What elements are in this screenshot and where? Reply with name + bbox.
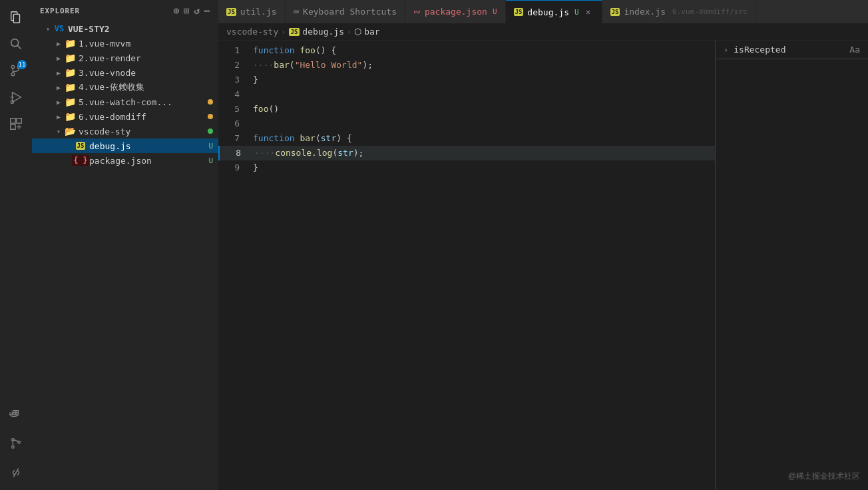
arrow-5: ▶ <box>53 99 64 106</box>
svg-point-6 <box>11 73 15 76</box>
line-num-5: 5 <box>218 102 250 117</box>
folder-icon-5: 📁 <box>64 96 76 108</box>
code-line-2: 2 ····bar("Hello World"); <box>218 58 715 73</box>
tab-subtitle-index: 6.vue-domdiff/src <box>672 7 748 16</box>
sidebar-root-label: VUE-STY2 <box>68 24 218 34</box>
tab-debug[interactable]: JS debug.js U ✕ <box>506 0 602 23</box>
status-debug: U <box>208 142 213 150</box>
sidebar-item-1[interactable]: ▶ 📁 1.vue-mvvm <box>32 36 218 51</box>
line-content-9: } <box>250 160 715 175</box>
code-editor[interactable]: 1 function foo() { 2 ····bar("Hello Worl… <box>218 41 715 490</box>
run-debug-icon[interactable] <box>4 85 28 109</box>
label-2: 2.vue-render <box>79 53 218 63</box>
badge-6 <box>208 114 213 119</box>
line-content-7: function bar(str) { <box>250 131 715 146</box>
right-panel-header: › isRecepted Aa <box>716 41 868 59</box>
right-panel-arrow-icon[interactable]: › <box>724 45 728 55</box>
folder-icon-2: 📁 <box>64 52 76 64</box>
sidebar-item-root[interactable]: ▾ VS VUE-STY2 <box>32 21 218 36</box>
source-action-icon[interactable] <box>4 461 28 485</box>
label-5: 5.vue-watch-com... <box>79 97 205 107</box>
sidebar: EXPLORER ⊕ ⊞ ↺ ⋯ ▾ VS VUE-STY2 ▶ 📁 1.vue… <box>32 0 218 490</box>
breadcrumb-bar-icon: ⬡ <box>354 27 361 37</box>
line-num-3: 3 <box>218 73 250 87</box>
git-graph-icon[interactable] <box>4 431 28 455</box>
sidebar-item-debug[interactable]: JS debug.js U <box>32 138 218 153</box>
label-package: package.json <box>89 156 208 166</box>
js-file-icon-debug: JS <box>75 140 87 152</box>
label-1: 1.vue-mvvm <box>79 39 218 49</box>
folder-icon-4: 📁 <box>64 81 76 93</box>
code-line-8: 8 ····console.log(str); <box>218 146 715 160</box>
line-num-7: 7 <box>218 131 250 146</box>
source-control-icon[interactable]: 11 <box>4 59 28 83</box>
svg-rect-10 <box>11 119 15 123</box>
root-icon: VS <box>53 23 65 35</box>
collapse-icon[interactable]: ⋯ <box>204 5 210 16</box>
line-content-6 <box>250 117 715 131</box>
line-num-2: 2 <box>218 58 250 73</box>
breadcrumb-debug[interactable]: debug.js <box>302 27 344 37</box>
svg-point-18 <box>12 446 15 449</box>
svg-marker-7 <box>13 93 21 103</box>
line-num-4: 4 <box>218 87 250 102</box>
label-4: 4.vue-依赖收集 <box>79 81 218 93</box>
tab-keyboard[interactable]: ⌨ Keyboard Shortcuts <box>286 0 405 23</box>
folder-open-icon: 📂 <box>64 125 76 137</box>
code-line-5: 5 foo() <box>218 102 715 117</box>
tab-package[interactable]: ∾ package.json U <box>405 0 506 23</box>
tab-label-debug: debug.js <box>527 7 569 17</box>
search-icon[interactable] <box>4 32 28 56</box>
sidebar-title: EXPLORER <box>40 7 80 15</box>
files-icon[interactable] <box>4 5 28 29</box>
line-num-1: 1 <box>218 43 250 58</box>
new-file-icon[interactable]: ⊕ <box>174 5 180 16</box>
line-content-4 <box>250 87 715 102</box>
folder-icon-3: 📁 <box>64 67 76 79</box>
line-content-1: function foo() { <box>250 43 715 58</box>
tab-json-icon: ∾ <box>413 7 421 17</box>
breadcrumb-vscode-sty[interactable]: vscode-sty <box>226 27 278 37</box>
line-content-5: foo() <box>250 102 715 117</box>
tab-index[interactable]: JS index.js 6.vue-domdiff/src <box>602 0 756 23</box>
breadcrumb-bar[interactable]: bar <box>364 27 379 37</box>
tab-js-icon-debug: JS <box>514 8 524 16</box>
sidebar-item-6[interactable]: ▶ 📁 6.vue-domdiff <box>32 109 218 124</box>
code-line-9: 9 } <box>218 160 715 175</box>
svg-rect-14 <box>13 413 15 415</box>
right-panel-aa[interactable]: Aa <box>849 45 860 55</box>
tab-close-debug[interactable]: ✕ <box>583 7 594 17</box>
extensions-icon[interactable] <box>4 112 28 136</box>
arrow-2: ▶ <box>53 55 64 62</box>
refresh-icon[interactable]: ↺ <box>194 5 200 16</box>
breadcrumb-js-badge: JS <box>289 28 300 36</box>
svg-rect-16 <box>16 413 19 415</box>
json-file-icon: { } <box>75 154 87 166</box>
tab-util[interactable]: JS util.js <box>218 0 286 23</box>
sidebar-item-4[interactable]: ▶ 📁 4.vue-依赖收集 <box>32 80 218 95</box>
watermark: @稀土掘金技术社区 <box>788 471 860 482</box>
folder-icon-1: 📁 <box>64 37 76 49</box>
line-content-3: } <box>250 73 715 87</box>
label-debug: debug.js <box>89 141 208 151</box>
docker-icon[interactable] <box>4 402 28 426</box>
activity-bar: 11 <box>0 0 32 490</box>
main-content: JS util.js ⌨ Keyboard Shortcuts ∾ packag… <box>218 0 868 490</box>
right-panel: › isRecepted Aa <box>715 41 868 490</box>
label-6: 6.vue-domdiff <box>79 112 205 122</box>
svg-rect-12 <box>11 124 15 129</box>
svg-point-4 <box>11 65 15 69</box>
breadcrumb: vscode-sty › JS debug.js › ⬡ bar <box>218 23 868 41</box>
label-3: 3.vue-vnode <box>79 68 218 78</box>
sidebar-item-package[interactable]: { } package.json U <box>32 153 218 168</box>
svg-rect-15 <box>13 411 15 413</box>
line-content-8: ····console.log(str); <box>252 146 715 160</box>
tab-bar: JS util.js ⌨ Keyboard Shortcuts ∾ packag… <box>218 0 868 23</box>
folder-icon-6: 📁 <box>64 111 76 122</box>
sidebar-item-2[interactable]: ▶ 📁 2.vue-render <box>32 51 218 65</box>
new-folder-icon[interactable]: ⊞ <box>184 5 190 16</box>
sidebar-item-3[interactable]: ▶ 📁 3.vue-vnode <box>32 65 218 80</box>
sidebar-item-5[interactable]: ▶ 📁 5.vue-watch-com... <box>32 95 218 109</box>
badge-vscode <box>208 128 213 134</box>
sidebar-item-vscode-sty[interactable]: ▾ 📂 vscode-sty <box>32 124 218 138</box>
